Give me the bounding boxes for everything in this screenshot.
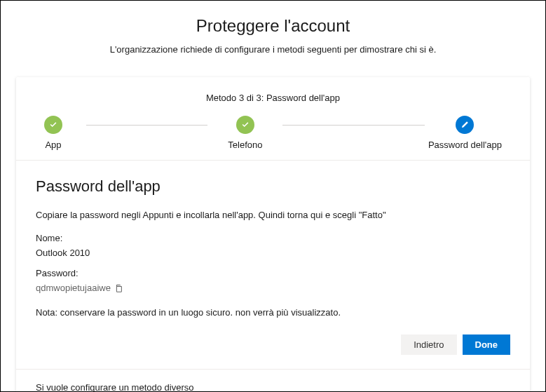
stepper: App Telefono Password dell'app [44, 116, 502, 150]
password-value: qdmwopietujaaiwe [36, 283, 111, 293]
page-subtitle: L'organizzazione richiede di configurare… [15, 44, 531, 55]
section-heading: Password dell'app [36, 177, 510, 196]
step-label: App [45, 140, 61, 150]
checkmark-icon [236, 116, 254, 134]
password-label: Password: [36, 268, 510, 278]
stepper-line [86, 125, 207, 126]
name-value: Outlook 2010 [36, 248, 510, 258]
copy-icon[interactable] [114, 283, 123, 293]
step-label: Password dell'app [428, 140, 502, 150]
step-label: Telefono [228, 140, 262, 150]
step-password-app: Password dell'app [428, 116, 502, 150]
different-method-link[interactable]: Si vuole configurare un metodo diverso [36, 382, 193, 392]
checkmark-icon [44, 116, 62, 134]
back-button[interactable]: Indietro [401, 334, 456, 355]
page-title: Proteggere l'account [15, 16, 531, 36]
svg-rect-0 [116, 286, 121, 292]
name-label: Nome: [36, 233, 510, 243]
instruction-text: Copiare la password negli Appunti e inco… [36, 210, 510, 220]
setup-card: Metodo 3 di 3: Password dell'app App Tel… [16, 77, 530, 392]
note-text: Nota: conservare la password in un luogo… [36, 307, 510, 318]
done-button[interactable]: Done [463, 334, 511, 355]
pencil-icon [456, 116, 474, 134]
step-telefono: Telefono [228, 116, 262, 150]
step-app: App [44, 116, 62, 150]
stepper-title: Metodo 3 di 3: Password dell'app [44, 93, 502, 103]
stepper-line [282, 125, 425, 126]
